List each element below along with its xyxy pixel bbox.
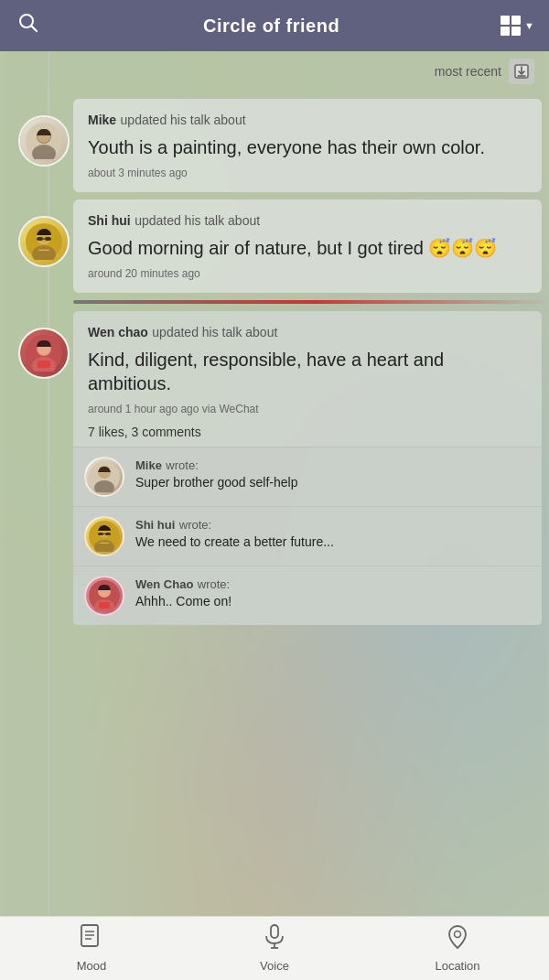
comment-author: Shi hui [135,518,175,532]
avatar-mike [18,115,70,167]
comment-action: wrote: [166,458,198,472]
mood-label: Mood [77,959,107,973]
nav-item-voice[interactable]: Voice [183,924,366,973]
comment-item-3: Wen Chao wrote: Ahhh.. Come on! [73,565,542,625]
post-wrapper-1: Mike updated his talk about Youth is a p… [0,99,549,192]
comment-avatar-mike [84,457,124,497]
grid-dot [511,27,521,36]
post-author: Mike [88,113,116,127]
sort-download-icon[interactable] [509,59,534,84]
comment-avatar-wenchao2 [84,576,124,616]
post-wrapper-3: Wen chao updated his talk about Kind, di… [0,311,549,625]
post-action: updated his talk about [135,213,260,228]
comment-action: wrote: [198,577,230,591]
post-wrapper-2: Shi hui updated his talk about Good morn… [0,199,549,293]
avatar-image [20,329,68,377]
grid-dot [501,16,510,25]
comment-author: Wen Chao [135,577,193,591]
post-stats: 7 likes, 3 comments [88,425,527,439]
search-icon[interactable] [15,13,42,38]
grid-menu-icon[interactable]: ▼ [501,16,534,36]
chevron-down-icon: ▼ [524,20,534,31]
location-label: Location [435,959,479,973]
avatar-image [20,218,68,265]
post-author: Wen chao [88,325,148,339]
post-header: Shi hui updated his talk about [88,212,527,229]
avatar-wenchao [18,328,70,379]
post-header: Wen chao updated his talk about [88,324,527,340]
post-text: Youth is a painting, everyone has their … [88,135,527,159]
post-header: Mike updated his talk about [88,112,527,128]
svg-rect-33 [99,602,110,608]
post-author: Shi hui [88,213,131,228]
post-action: updated his talk about [152,325,277,339]
voice-icon [263,924,286,955]
timeline-line [48,51,49,916]
comment-author: Mike [135,458,162,472]
bottom-nav: Mood Voice Location [0,916,549,980]
section-separator [73,300,549,304]
grid-dot [501,27,510,36]
svg-point-41 [455,932,461,938]
post-meta: around 1 hour ago ago via WeChat [88,403,527,415]
svg-rect-20 [38,361,50,368]
comment-text: We need to create a better future... [135,534,531,549]
header: Circle of friend ▼ [0,0,549,51]
comment-body-3: Wen Chao wrote: Ahhh.. Come on! [135,576,531,608]
svg-rect-27 [105,533,111,535]
post-card-3: Wen chao updated his talk about Kind, di… [73,311,542,625]
post-meta: about 3 minutes ago [88,167,527,179]
nav-item-location[interactable]: Location [366,924,549,973]
svg-rect-38 [271,925,278,938]
post-card-2: Shi hui updated his talk about Good morn… [73,199,542,293]
voice-label: Voice [260,959,289,973]
comment-body-2: Shi hui wrote: We need to create a bette… [135,516,531,549]
svg-rect-13 [37,237,43,241]
post-text: Good morning air of nature, but I got ti… [88,236,527,260]
comment-text: Super brother good self-help [135,475,531,490]
location-icon [446,924,469,955]
comment-action: wrote: [179,518,211,532]
post-text: Kind, diligent, responsible, have a hear… [88,348,527,395]
post-action: updated his talk about [121,113,246,127]
feed-container: most recent [0,51,549,916]
comment-body-1: Mike wrote: Super brother good self-help [135,457,531,490]
post-meta: around 20 minutes ago [88,267,527,280]
post-card-1: Mike updated his talk about Youth is a p… [73,99,542,192]
sort-label[interactable]: most recent [435,64,501,79]
nav-item-mood[interactable]: Mood [0,924,183,973]
avatar-image [20,117,68,165]
svg-rect-26 [98,533,103,535]
sort-bar: most recent [0,51,549,92]
mood-icon [80,924,103,955]
svg-line-1 [32,27,38,32]
page-title: Circle of friend [42,16,501,37]
comment-text: Ahhh.. Come on! [135,594,531,608]
svg-rect-14 [45,237,51,241]
grid-dot [511,16,521,25]
comment-avatar-shihui [84,516,124,556]
avatar-shihui [18,216,70,267]
comment-item-1: Mike wrote: Super brother good self-help [73,447,542,506]
comment-item-2: Shi hui wrote: We need to create a bette… [73,506,542,565]
